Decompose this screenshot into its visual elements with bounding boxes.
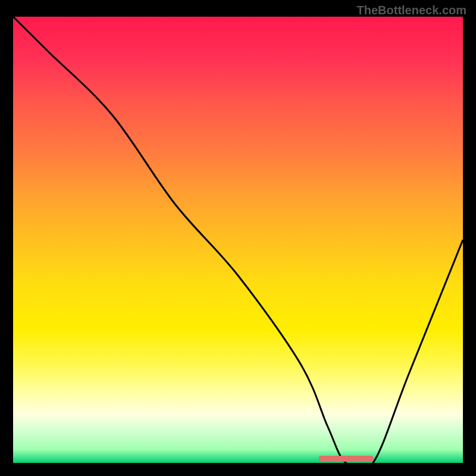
bottleneck-line-chart	[13, 17, 463, 463]
optimal-range-marker	[319, 456, 373, 462]
bottleneck-curve-path	[13, 17, 463, 463]
watermark-text: TheBottleneck.com	[357, 4, 466, 17]
